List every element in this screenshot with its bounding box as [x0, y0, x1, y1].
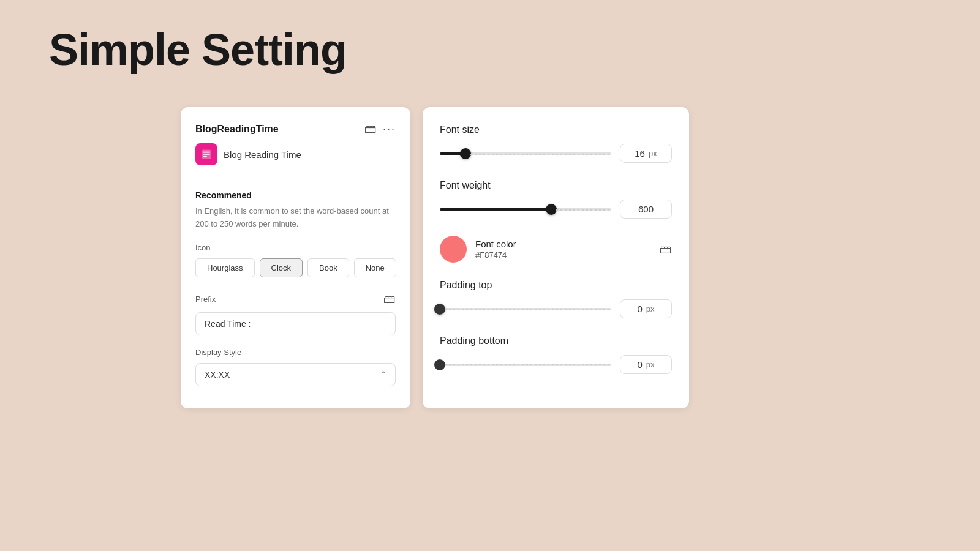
padding-bottom-setting: Padding bottom 0 px — [440, 335, 672, 374]
font-color-label: Font color — [475, 239, 651, 249]
font-weight-slider-row: 600 — [440, 200, 672, 219]
panels-container: BlogReadingTime 🗃 ··· Blog Reading Time … — [181, 107, 689, 408]
padding-top-slider-row: 0 px — [440, 299, 672, 318]
divider — [195, 178, 396, 178]
font-size-slider-track[interactable] — [440, 152, 611, 155]
display-style-wrapper: XX:XX X min X minutes — [195, 363, 396, 386]
padding-top-unit: px — [646, 304, 655, 313]
font-weight-value-box: 600 — [620, 200, 672, 219]
padding-top-label: Padding top — [440, 280, 672, 291]
font-size-setting: Font size 16 px — [440, 124, 672, 163]
font-color-row: Font color #F87474 🗃 — [440, 236, 672, 263]
padding-bottom-slider-row: 0 px — [440, 355, 672, 374]
plugin-header: BlogReadingTime 🗃 ··· — [195, 122, 396, 136]
icon-btn-none[interactable]: None — [354, 258, 396, 277]
font-color-swatch[interactable] — [440, 236, 467, 263]
prefix-db-icon[interactable]: 🗃 — [383, 292, 396, 306]
font-color-info: Font color #F87474 — [475, 239, 651, 260]
prefix-row: Prefix 🗃 — [195, 292, 396, 306]
font-size-unit: px — [649, 149, 657, 158]
font-size-value-box: 16 px — [620, 144, 672, 163]
svg-rect-2 — [203, 154, 210, 155]
icon-field-label: Icon — [195, 243, 396, 252]
prefix-input[interactable] — [195, 312, 396, 335]
font-size-slider-row: 16 px — [440, 144, 672, 163]
page-title: Simple Setting — [49, 24, 347, 75]
padding-top-setting: Padding top 0 px — [440, 280, 672, 318]
font-color-hex: #F87474 — [475, 250, 507, 260]
plugin-header-icons: 🗃 ··· — [364, 122, 396, 136]
display-style-label: Display Style — [195, 348, 396, 357]
padding-bottom-unit: px — [646, 360, 655, 369]
plugin-icon-row: Blog Reading Time — [195, 143, 396, 165]
icon-btn-clock[interactable]: Clock — [260, 258, 303, 277]
plugin-name: BlogReadingTime — [195, 124, 279, 135]
padding-bottom-label: Padding bottom — [440, 335, 672, 347]
display-style-select[interactable]: XX:XX X min X minutes — [195, 363, 396, 386]
icon-btn-hourglass[interactable]: Hourglass — [195, 258, 255, 277]
font-weight-setting: Font weight 600 — [440, 180, 672, 219]
padding-top-value-box: 0 px — [620, 299, 672, 318]
padding-top-value: 0 — [637, 304, 642, 314]
svg-rect-1 — [203, 152, 210, 153]
padding-bottom-value-box: 0 px — [620, 355, 672, 374]
prefix-label: Prefix — [195, 294, 216, 304]
icon-btn-book[interactable]: Book — [307, 258, 349, 277]
font-color-db-icon[interactable]: 🗃 — [660, 242, 672, 257]
db-icon[interactable]: 🗃 — [364, 122, 377, 136]
dots-menu-icon[interactable]: ··· — [383, 122, 396, 135]
left-panel: BlogReadingTime 🗃 ··· Blog Reading Time … — [181, 107, 410, 408]
padding-bottom-value: 0 — [637, 359, 642, 370]
padding-top-slider-track[interactable] — [440, 308, 611, 310]
font-size-label: Font size — [440, 124, 672, 135]
icon-buttons-group: Hourglass Clock Book None — [195, 258, 396, 277]
plugin-label: Blog Reading Time — [224, 149, 301, 160]
recommended-text: In English, it is common to set the word… — [195, 205, 396, 231]
padding-bottom-slider-track[interactable] — [440, 364, 611, 366]
right-panel: Font size 16 px Font weight — [423, 107, 689, 408]
font-weight-slider-track[interactable] — [440, 208, 611, 211]
plugin-icon-box — [195, 143, 217, 165]
recommended-label: Recommened — [195, 190, 396, 200]
font-weight-label: Font weight — [440, 180, 672, 191]
font-weight-value: 600 — [638, 204, 654, 214]
svg-rect-3 — [203, 156, 207, 157]
font-size-value: 16 — [635, 148, 645, 159]
